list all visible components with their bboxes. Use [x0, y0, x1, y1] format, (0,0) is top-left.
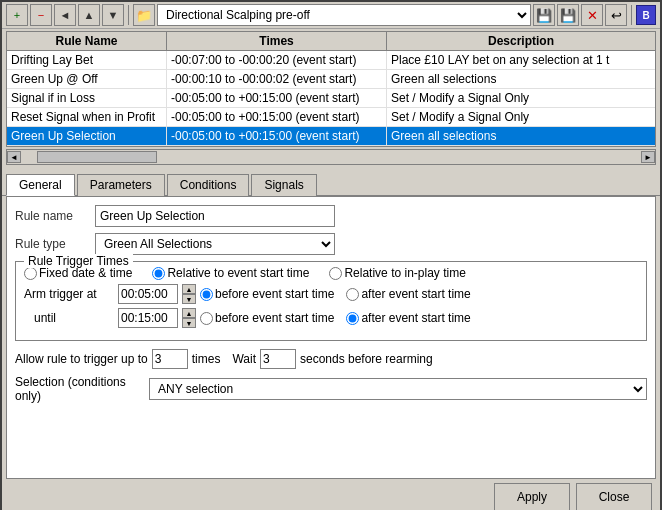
until-after-label[interactable]: after event start time	[346, 311, 470, 325]
rule-name-input[interactable]	[95, 205, 335, 227]
row-times: -00:07:00 to -00:00:20 (event start)	[167, 51, 387, 69]
arrow-down-button[interactable]: ▼	[102, 4, 124, 26]
radio-relative-play-label[interactable]: Relative to in-play time	[329, 266, 465, 280]
row-desc: Set / Modify a Signal Only	[387, 108, 655, 126]
save-icon[interactable]: 💾	[533, 4, 555, 26]
rule-name-row: Rule name	[15, 205, 647, 227]
radio-relative-play[interactable]	[329, 267, 342, 280]
refresh-icon[interactable]: ↩	[605, 4, 627, 26]
until-time-down[interactable]: ▼	[182, 318, 196, 328]
allow-label: Allow rule to trigger up to	[15, 352, 148, 366]
radio-fixed-label[interactable]: Fixed date & time	[24, 266, 132, 280]
allow-times-input[interactable]	[152, 349, 188, 369]
table-row[interactable]: Green Up @ Off -00:00:10 to -00:00:02 (e…	[7, 70, 655, 89]
row-desc: Green all selections	[387, 127, 655, 145]
arrow-left-button[interactable]: ◄	[54, 4, 76, 26]
selection-label: Selection (conditions only)	[15, 375, 145, 403]
strategy-select[interactable]: Directional Scalping pre-off	[157, 4, 531, 26]
radio-fixed[interactable]	[24, 267, 37, 280]
scroll-left-btn[interactable]: ◄	[7, 151, 21, 163]
table-row[interactable]: Drifting Lay Bet -00:07:00 to -00:00:20 …	[7, 51, 655, 70]
row-times: -00:05:00 to +00:15:00 (event start)	[167, 127, 387, 145]
selection-row: Selection (conditions only) ANY selectio…	[15, 375, 647, 403]
selection-select[interactable]: ANY selection	[149, 378, 647, 400]
row-desc: Place £10 LAY bet on any selection at 1 …	[387, 51, 655, 69]
add-button[interactable]: +	[6, 4, 28, 26]
app-icon: B	[636, 5, 656, 25]
row-name: Green Up Selection	[7, 127, 167, 145]
until-before-text: before event start time	[215, 311, 334, 325]
arm-after-text: after event start time	[361, 287, 470, 301]
until-time-up[interactable]: ▲	[182, 308, 196, 318]
until-before-radio[interactable]	[200, 312, 213, 325]
arm-after-radio[interactable]	[346, 288, 359, 301]
row-desc: Set / Modify a Signal Only	[387, 89, 655, 107]
arm-time-input[interactable]	[118, 284, 178, 304]
row-times: -00:05:00 to +00:15:00 (event start)	[167, 108, 387, 126]
close-button[interactable]: Close	[576, 483, 652, 510]
arm-label: Arm trigger at	[24, 287, 114, 301]
scrollbar-thumb[interactable]	[37, 151, 157, 163]
tab-conditions[interactable]: Conditions	[167, 174, 250, 196]
rule-type-row: Rule type Green All Selections	[15, 233, 647, 255]
row-name: Reset Signal when in Profit	[7, 108, 167, 126]
arm-before-radio[interactable]	[200, 288, 213, 301]
wait-label: Wait	[232, 352, 256, 366]
until-time-input[interactable]	[118, 308, 178, 328]
apply-button[interactable]: Apply	[494, 483, 570, 510]
main-content: Rule Name Times Description Drifting Lay…	[2, 29, 660, 510]
radio-relative-start-text: Relative to event start time	[167, 266, 309, 280]
table-row-selected[interactable]: Green Up Selection -00:05:00 to +00:15:0…	[7, 127, 655, 146]
radio-relative-start-label[interactable]: Relative to event start time	[152, 266, 309, 280]
radio-fixed-text: Fixed date & time	[39, 266, 132, 280]
save-as-icon[interactable]: 💾	[557, 4, 579, 26]
arm-time-spinner: ▲ ▼	[182, 284, 196, 304]
table-row[interactable]: Reset Signal when in Profit -00:05:00 to…	[7, 108, 655, 127]
horizontal-scrollbar[interactable]: ◄ ►	[6, 149, 656, 165]
arm-after-label[interactable]: after event start time	[346, 287, 470, 301]
rule-type-select[interactable]: Green All Selections	[95, 233, 335, 255]
bottom-bar: Apply Close	[6, 479, 656, 510]
allow-row: Allow rule to trigger up to times Wait s…	[15, 349, 647, 369]
toolbar: + − ◄ ▲ ▼ 📁 Directional Scalping pre-off…	[2, 2, 660, 29]
tab-signals[interactable]: Signals	[251, 174, 316, 196]
scroll-right-btn[interactable]: ►	[641, 151, 655, 163]
tab-parameters[interactable]: Parameters	[77, 174, 165, 196]
rule-type-label: Rule type	[15, 237, 95, 251]
col-header-times: Times	[167, 32, 387, 50]
remove-button[interactable]: −	[30, 4, 52, 26]
radio-relative-play-text: Relative to in-play time	[344, 266, 465, 280]
group-title: Rule Trigger Times	[24, 254, 133, 268]
selection-select-container: ANY selection	[149, 378, 647, 400]
row-name: Green Up @ Off	[7, 70, 167, 88]
rule-type-select-container: Green All Selections	[95, 233, 335, 255]
arrow-up-button[interactable]: ▲	[78, 4, 100, 26]
col-header-name: Rule Name	[7, 32, 167, 50]
delete-icon[interactable]: ✕	[581, 4, 603, 26]
radio-row-1: Fixed date & time Relative to event star…	[24, 266, 638, 280]
tabs: General Parameters Conditions Signals	[2, 169, 660, 196]
radio-relative-start[interactable]	[152, 267, 165, 280]
row-times: -00:05:00 to +00:15:00 (event start)	[167, 89, 387, 107]
allow-unit: times	[192, 352, 221, 366]
rules-table: Rule Name Times Description Drifting Lay…	[6, 31, 656, 147]
wait-suffix: seconds before rearming	[300, 352, 433, 366]
arm-before-label[interactable]: before event start time	[200, 287, 334, 301]
row-name: Drifting Lay Bet	[7, 51, 167, 69]
rule-name-label: Rule name	[15, 209, 95, 223]
wait-input[interactable]	[260, 349, 296, 369]
table-row[interactable]: Signal if in Loss -00:05:00 to +00:15:00…	[7, 89, 655, 108]
row-times: -00:00:10 to -00:00:02 (event start)	[167, 70, 387, 88]
until-after-radio[interactable]	[346, 312, 359, 325]
until-row: until ▲ ▼ before event start time after …	[24, 308, 638, 328]
until-before-label[interactable]: before event start time	[200, 311, 334, 325]
arm-time-down[interactable]: ▼	[182, 294, 196, 304]
until-label: until	[24, 311, 114, 325]
tab-general[interactable]: General	[6, 174, 75, 196]
folder-icon[interactable]: 📁	[133, 4, 155, 26]
arm-time-up[interactable]: ▲	[182, 284, 196, 294]
separator-2	[631, 5, 632, 25]
trigger-times-group: Rule Trigger Times Fixed date & time Rel…	[15, 261, 647, 341]
arm-before-text: before event start time	[215, 287, 334, 301]
main-window: + − ◄ ▲ ▼ 📁 Directional Scalping pre-off…	[0, 0, 662, 510]
